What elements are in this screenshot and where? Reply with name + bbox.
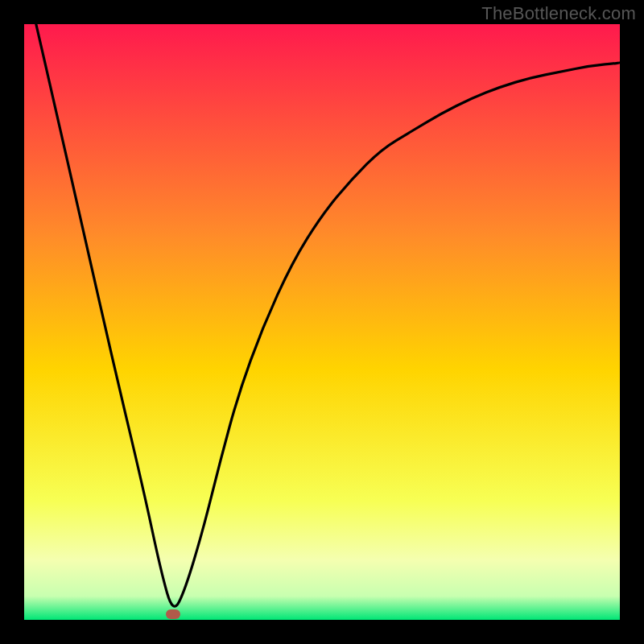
watermark-text: TheBottleneck.com [481,3,636,24]
bottleneck-curve [36,24,620,606]
optimal-marker [166,609,180,619]
plot-area [24,24,620,620]
curve-layer [24,24,620,620]
chart-frame: TheBottleneck.com [0,0,644,644]
